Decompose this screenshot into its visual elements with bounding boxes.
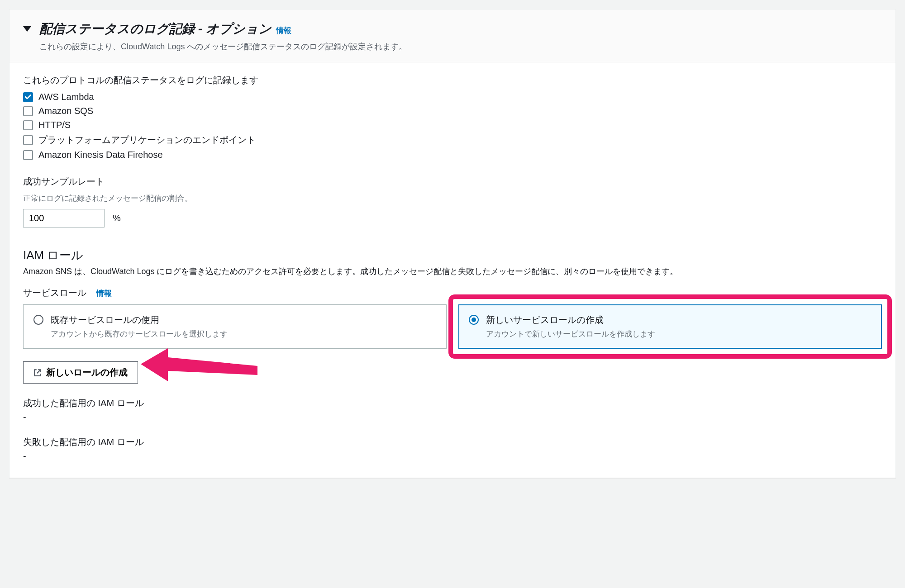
checkbox-amazon-sqs[interactable]: Amazon SQS (23, 106, 882, 116)
panel-title: 配信ステータスのログ記録 - オプション (39, 20, 272, 38)
radio-title: 新しいサービスロールの作成 (486, 314, 655, 326)
sample-rate-help: 正常にログに記録されたメッセージ配信の割合。 (23, 193, 882, 204)
radio-existing-role[interactable]: 既存サービスロールの使用 アカウントから既存のサービスロールを選択します (23, 304, 447, 349)
annotation-arrow-icon (141, 346, 258, 396)
collapse-caret-icon[interactable] (23, 26, 31, 32)
service-role-label: サービスロール (23, 287, 86, 299)
service-role-info-link[interactable]: 情報 (96, 288, 112, 299)
checkbox-https[interactable]: HTTP/S (23, 120, 882, 130)
checkbox-label: Amazon Kinesis Data Firehose (38, 150, 163, 160)
checkbox-label: AWS Lambda (38, 92, 94, 102)
success-role-label: 成功した配信用の IAM ロール (23, 397, 882, 409)
checkbox-label: プラットフォームアプリケーションのエンドポイント (38, 134, 256, 146)
panel-subtitle: これらの設定により、CloudWatch Logs へのメッセージ配信ステータス… (39, 41, 882, 52)
checkbox-label: HTTP/S (38, 120, 71, 130)
checkbox-icon[interactable] (23, 120, 33, 130)
panel-header: 配信ステータスのログ記録 - オプション 情報 これらの設定により、CloudW… (10, 9, 895, 62)
checkbox-icon[interactable] (23, 150, 33, 160)
sample-rate-label: 成功サンプルレート (23, 175, 882, 188)
radio-icon (33, 315, 43, 325)
radio-desc: アカウントから既存のサービスロールを選択します (51, 329, 228, 339)
failure-role-label: 失敗した配信用の IAM ロール (23, 436, 882, 448)
success-role-value: - (23, 412, 882, 422)
sample-rate-input[interactable] (23, 209, 105, 228)
protocols-label: これらのプロトコルの配信ステータスをログに記録します (23, 74, 882, 86)
button-label: 新しいロールの作成 (46, 366, 128, 379)
svg-marker-0 (141, 348, 257, 381)
checkbox-icon[interactable] (23, 92, 33, 102)
iam-desc: Amazon SNS は、CloudWatch Logs にログを書き込むための… (23, 266, 882, 277)
checkbox-icon[interactable] (23, 135, 33, 145)
checkbox-kinesis-firehose[interactable]: Amazon Kinesis Data Firehose (23, 150, 882, 160)
checkbox-icon[interactable] (23, 106, 33, 116)
checkbox-label: Amazon SQS (38, 106, 93, 116)
radio-desc: アカウントで新しいサービスロールを作成します (486, 329, 655, 339)
radio-icon (469, 315, 479, 325)
external-link-icon (33, 369, 42, 377)
checkbox-aws-lambda[interactable]: AWS Lambda (23, 92, 882, 102)
delivery-status-panel: 配信ステータスのログ記録 - オプション 情報 これらの設定により、CloudW… (9, 9, 896, 478)
service-role-options: 既存サービスロールの使用 アカウントから既存のサービスロールを選択します 新しい… (23, 304, 882, 349)
radio-new-role[interactable]: 新しいサービスロールの作成 アカウントで新しいサービスロールを作成します (458, 304, 882, 349)
iam-heading: IAM ロール (23, 247, 882, 263)
checkbox-platform-endpoint[interactable]: プラットフォームアプリケーションのエンドポイント (23, 134, 882, 146)
create-new-role-button[interactable]: 新しいロールの作成 (23, 361, 138, 384)
info-link[interactable]: 情報 (276, 25, 291, 36)
failure-role-value: - (23, 451, 882, 461)
panel-body: これらのプロトコルの配信ステータスをログに記録します AWS Lambda Am… (10, 62, 895, 478)
sample-rate-unit: % (113, 213, 121, 223)
radio-title: 既存サービスロールの使用 (51, 314, 228, 326)
